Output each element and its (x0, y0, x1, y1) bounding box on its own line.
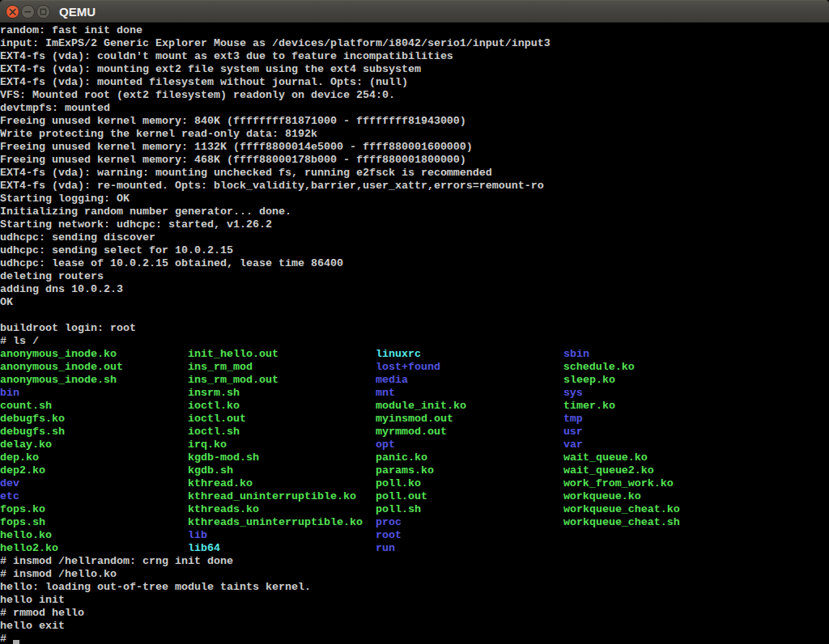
svg-text:QEMU: QEMU (59, 5, 96, 19)
